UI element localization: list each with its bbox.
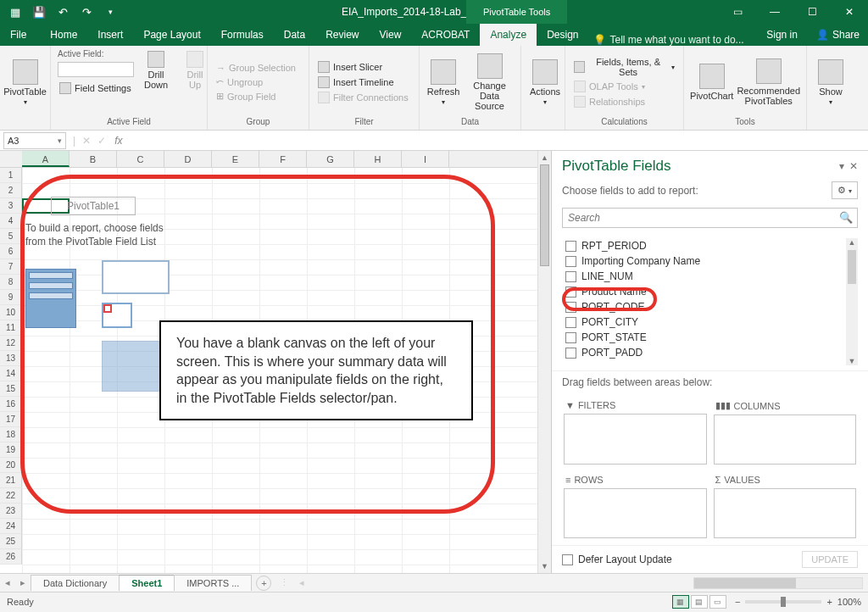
sheet-tab[interactable]: Data Dictionary	[31, 575, 120, 591]
field-item[interactable]: PORT_PADD	[562, 345, 858, 360]
row-header[interactable]: 16	[0, 397, 22, 412]
redo-icon[interactable]: ↷	[76, 3, 97, 21]
tab-file[interactable]: File	[0, 24, 36, 46]
search-icon[interactable]: 🔍	[839, 211, 853, 224]
drill-down-button[interactable]: Drill Down	[139, 49, 173, 92]
row-header[interactable]: 9	[0, 290, 22, 305]
save-icon[interactable]: 💾	[29, 3, 49, 21]
pivotchart-button[interactable]: PivotChart	[691, 62, 732, 103]
tab-view[interactable]: View	[370, 24, 412, 46]
sheet-tab[interactable]: IMPORTS ...	[174, 575, 252, 591]
column-header[interactable]: E	[212, 151, 259, 167]
field-item[interactable]: Product Name	[562, 284, 858, 299]
filters-dropzone[interactable]	[564, 414, 707, 465]
row-header[interactable]: 13	[0, 351, 22, 366]
row-header[interactable]: 17	[0, 412, 22, 427]
field-item[interactable]: PORT_STATE	[562, 330, 858, 345]
undo-icon[interactable]: ↶	[53, 3, 73, 21]
field-item[interactable]: PORT_CITY	[562, 314, 858, 330]
insert-slicer-button[interactable]: Insert Slicer	[316, 60, 410, 74]
sign-in-link[interactable]: Sign in	[756, 24, 808, 46]
column-header[interactable]: C	[117, 151, 164, 167]
page-layout-view-button[interactable]: ▤	[691, 595, 708, 609]
change-data-source-button[interactable]: Change Data Source	[465, 52, 514, 113]
fields-items-sets-button[interactable]: Fields, Items, & Sets▾	[572, 56, 676, 78]
field-checkbox[interactable]	[565, 317, 576, 328]
row-header[interactable]: 20	[0, 458, 22, 473]
ribbon-options-icon[interactable]: ▭	[719, 0, 756, 24]
row-header[interactable]: 18	[0, 427, 22, 442]
row-header[interactable]: 6	[0, 244, 22, 259]
row-header[interactable]: 15	[0, 381, 22, 397]
row-header[interactable]: 10	[0, 305, 22, 320]
recommended-pivottables-button[interactable]: Recommended PivotTables	[737, 57, 799, 108]
row-header[interactable]: 4	[0, 214, 22, 229]
name-box[interactable]: A3 ▾	[3, 132, 66, 149]
row-header[interactable]: 5	[0, 229, 22, 244]
tab-home[interactable]: Home	[40, 24, 87, 46]
flist-scroll-up-icon[interactable]: ▲	[846, 238, 858, 247]
pane-dropdown-icon[interactable]: ▾	[839, 160, 844, 172]
row-header[interactable]: 12	[0, 336, 22, 351]
refresh-button[interactable]: Refresh▾	[426, 58, 460, 108]
columns-dropzone[interactable]	[714, 414, 857, 465]
column-header[interactable]: G	[307, 151, 354, 167]
zoom-slider-knob[interactable]	[781, 597, 786, 607]
new-sheet-button[interactable]: +	[256, 576, 271, 591]
row-header[interactable]: 2	[0, 183, 22, 198]
share-button[interactable]: 👤 Share	[808, 24, 868, 46]
chevron-down-icon[interactable]: ▾	[58, 136, 62, 145]
row-header[interactable]: 21	[0, 473, 22, 488]
row-header[interactable]: 19	[0, 442, 22, 458]
active-field-input[interactable]	[58, 62, 134, 77]
field-checkbox[interactable]	[565, 287, 576, 298]
tab-nav-prev-icon[interactable]: ◂	[0, 577, 15, 588]
field-settings-button[interactable]: Field Settings	[58, 81, 134, 95]
tab-nav-next-icon[interactable]: ▸	[15, 577, 31, 588]
tab-acrobat[interactable]: ACROBAT	[411, 24, 480, 46]
row-header[interactable]: 24	[0, 519, 22, 534]
pane-close-icon[interactable]: ✕	[849, 160, 858, 172]
qat-customize-icon[interactable]: ▾	[100, 3, 120, 21]
rows-dropzone[interactable]	[564, 488, 707, 539]
close-icon[interactable]: ✕	[831, 0, 868, 24]
fx-icon[interactable]: fx	[109, 135, 127, 147]
tab-page-layout[interactable]: Page Layout	[133, 24, 210, 46]
normal-view-button[interactable]: ▦	[672, 595, 689, 609]
field-checkbox[interactable]	[565, 332, 576, 343]
row-header[interactable]: 8	[0, 275, 22, 290]
sheet-tab[interactable]: Sheet1	[119, 575, 175, 591]
field-checkbox[interactable]	[565, 271, 576, 282]
field-checkbox[interactable]	[565, 302, 576, 313]
field-list-scrollbar[interactable]: ▲ ▼	[846, 238, 858, 365]
tab-formulas[interactable]: Formulas	[211, 24, 274, 46]
field-checkbox[interactable]	[565, 256, 576, 267]
defer-checkbox[interactable]	[562, 554, 573, 565]
worksheet-grid[interactable]: ABCDEFGHI 123456789101112131415161718192…	[0, 151, 537, 573]
zoom-in-button[interactable]: +	[826, 597, 832, 607]
field-item[interactable]: RPT_PERIOD	[562, 238, 858, 253]
maximize-icon[interactable]: ☐	[793, 0, 831, 24]
formula-input[interactable]	[127, 132, 868, 149]
scroll-thumb[interactable]	[540, 164, 549, 266]
flist-scroll-down-icon[interactable]: ▼	[846, 357, 858, 365]
hscroll-thumb[interactable]	[694, 578, 796, 588]
actions-button[interactable]: Actions▾	[528, 58, 562, 108]
row-header[interactable]: 26	[0, 549, 22, 565]
row-header[interactable]: 1	[0, 168, 22, 183]
horizontal-scrollbar[interactable]	[693, 577, 863, 589]
minimize-icon[interactable]: —	[756, 0, 793, 24]
field-item[interactable]: LINE_NUM	[562, 269, 858, 284]
column-header[interactable]: A	[22, 151, 70, 167]
vertical-scrollbar[interactable]: ▲ ▼	[537, 151, 551, 573]
column-header[interactable]: F	[259, 151, 307, 167]
scroll-up-icon[interactable]: ▲	[538, 151, 551, 164]
row-header[interactable]: 3	[0, 198, 22, 214]
field-item[interactable]: PORT_CODE	[562, 299, 858, 314]
values-dropzone[interactable]	[714, 488, 857, 539]
zoom-out-button[interactable]: −	[735, 597, 740, 607]
tab-data[interactable]: Data	[274, 24, 315, 46]
row-header[interactable]: 11	[0, 320, 22, 336]
row-header[interactable]: 23	[0, 504, 22, 519]
column-header[interactable]: D	[164, 151, 212, 167]
